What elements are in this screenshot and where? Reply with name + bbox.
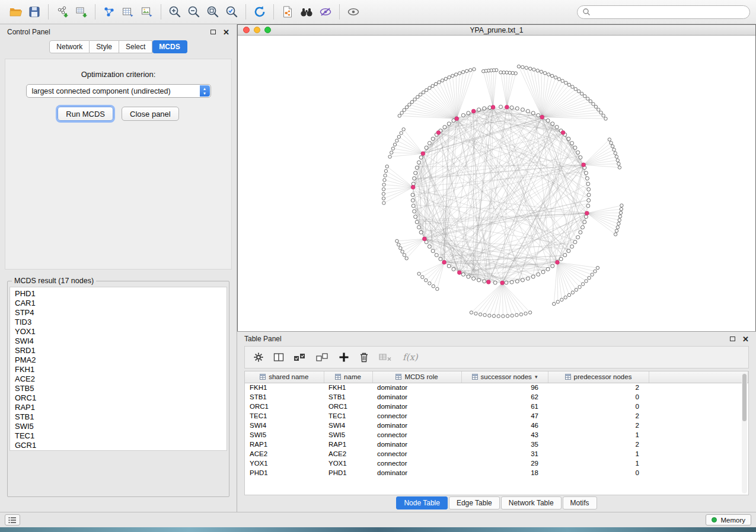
tab-node-table[interactable]: Node Table (396, 496, 448, 509)
column-header-name[interactable]: name (324, 371, 372, 383)
optimization-criterion-label: Optimization criterion: (81, 70, 156, 79)
refresh-icon (253, 5, 267, 19)
search-network-button[interactable] (297, 3, 316, 21)
criterion-select[interactable]: largest connected component (undirected)… (26, 84, 211, 98)
add-row-icon[interactable] (339, 352, 349, 363)
search-input[interactable] (594, 8, 745, 16)
refresh-button[interactable] (250, 3, 269, 21)
mcds-node-item[interactable]: STP4 (15, 308, 227, 318)
table-row[interactable]: TEC1TEC1connector472 (245, 411, 748, 421)
table-row[interactable]: RAP1RAP1dominator352 (245, 440, 748, 449)
zoom-selected-button[interactable] (222, 3, 241, 21)
mcds-node-item[interactable]: PMA2 (15, 355, 227, 365)
network-canvas[interactable] (238, 36, 755, 332)
main-toolbar (0, 0, 756, 24)
mcds-node-item[interactable]: STB5 (15, 384, 227, 393)
export-table-button[interactable] (119, 3, 138, 21)
save-session-button[interactable] (25, 3, 44, 21)
select-all-icon[interactable] (294, 352, 307, 363)
float-table-panel-icon[interactable] (730, 336, 735, 341)
network-graph[interactable] (238, 36, 755, 332)
table-row[interactable]: FKH1FKH1dominator962 (245, 383, 748, 392)
zoom-in-button[interactable] (165, 3, 184, 21)
export-table-icon (122, 5, 135, 18)
table-row[interactable]: SWI4SWI4dominator462 (245, 421, 748, 430)
table-row[interactable]: ACE2ACE2connector311 (245, 449, 748, 459)
mcds-node-item[interactable]: CAR1 (15, 299, 227, 308)
zoom-out-icon (187, 5, 201, 19)
eye-slash-icon (318, 5, 333, 19)
close-panel-button[interactable]: Close panel (122, 107, 179, 121)
table-row[interactable]: PHD1PHD1dominator180 (245, 468, 748, 477)
scrollbar-thumb[interactable] (742, 374, 747, 421)
table-scrollbar[interactable] (742, 373, 747, 493)
annotation-document-icon (281, 5, 294, 18)
close-panel-icon[interactable]: ✕ (223, 28, 229, 36)
mcds-node-item[interactable]: FKH1 (15, 365, 227, 374)
run-mcds-button[interactable]: Run MCDS (58, 107, 113, 121)
memory-label: Memory (720, 517, 745, 524)
mcds-node-item[interactable]: STB1 (15, 412, 227, 422)
mcds-node-item[interactable]: ORC1 (15, 393, 227, 403)
new-network-button[interactable] (100, 3, 119, 21)
eye-icon (346, 5, 361, 19)
hide-table-icon (379, 352, 393, 363)
tab-motifs[interactable]: Motifs (563, 496, 597, 509)
table-row[interactable]: YOX1YOX1connector291 (245, 459, 748, 468)
table-panel-tabs: Node Table Edge Table Network Table Moti… (237, 495, 756, 512)
tab-style[interactable]: Style (90, 40, 119, 53)
toolbar-separator (339, 4, 340, 20)
tab-edge-table[interactable]: Edge Table (449, 496, 500, 509)
style-toggle-button[interactable] (316, 3, 335, 21)
zoom-fit-button[interactable] (203, 3, 222, 21)
column-header-mcds-role[interactable]: MCDS role (372, 371, 461, 383)
select-stepper-icon: ▲▼ (200, 85, 210, 97)
mcds-result-list[interactable]: PHD1CAR1STP4TID3YOX1SWI4SRD1PMA2FKH1ACE2… (9, 287, 227, 451)
float-panel-icon[interactable] (210, 30, 216, 34)
status-menu-button[interactable] (5, 514, 20, 525)
mcds-node-item[interactable]: SRD1 (15, 346, 227, 355)
column-header-shared-name[interactable]: shared name (245, 371, 324, 383)
table-row[interactable]: ORC1ORC1dominator610 (245, 402, 748, 411)
column-header-predecessor-nodes[interactable]: predecessor nodes (548, 371, 649, 383)
open-file-button[interactable] (6, 3, 25, 21)
open-folder-icon (9, 5, 22, 18)
export-image-button[interactable] (138, 3, 157, 21)
import-table-button[interactable] (72, 3, 91, 21)
unselect-all-icon[interactable] (316, 352, 329, 363)
column-header-successor-nodes[interactable]: successor nodes ▾ (461, 371, 548, 383)
mcds-node-item[interactable]: SWI5 (15, 422, 227, 431)
table-row[interactable]: STB1STB1dominator620 (245, 392, 748, 402)
node-table-container: shared name name MCDS role successor n (244, 371, 749, 495)
main-area: Control Panel ✕ Network Style Select MCD… (0, 24, 756, 512)
tab-mcds[interactable]: MCDS (152, 40, 187, 53)
tab-network[interactable]: Network (49, 40, 90, 53)
mcds-node-item[interactable]: SWI4 (15, 336, 227, 346)
mcds-node-item[interactable]: TEC1 (15, 431, 227, 441)
mcds-node-item[interactable]: PHD1 (15, 289, 227, 299)
control-panel-title: Control Panel (7, 28, 50, 36)
column-header-filler (649, 371, 748, 383)
mcds-node-item[interactable]: YOX1 (15, 327, 227, 336)
memory-status-icon (712, 517, 717, 523)
mcds-tab-content: Optimization criterion: largest connecte… (5, 59, 232, 270)
mcds-result-fieldset: MCDS result (17 nodes) PHD1CAR1STP4TID3Y… (7, 277, 229, 497)
columns-icon[interactable] (273, 352, 284, 363)
delete-row-icon[interactable] (359, 352, 369, 363)
mcds-node-item[interactable]: GCR1 (15, 441, 227, 450)
mcds-node-item[interactable]: ACE2 (15, 374, 227, 384)
mcds-node-item[interactable]: RAP1 (15, 403, 227, 412)
zoom-out-button[interactable] (184, 3, 203, 21)
list-menu-icon (8, 517, 17, 524)
mcds-result-title: MCDS result (17 nodes) (12, 277, 96, 285)
tab-select[interactable]: Select (119, 40, 152, 53)
close-table-panel-icon[interactable]: ✕ (742, 335, 749, 343)
mcds-node-item[interactable]: TID3 (15, 318, 227, 327)
annotation-document-button[interactable] (278, 3, 297, 21)
import-network-button[interactable] (53, 3, 72, 21)
tab-network-table[interactable]: Network Table (501, 496, 562, 509)
show-hide-button[interactable] (344, 3, 363, 21)
table-row[interactable]: SWI5SWI5connector431 (245, 430, 748, 440)
gear-icon[interactable] (253, 352, 264, 363)
memory-button[interactable]: Memory (706, 514, 751, 525)
